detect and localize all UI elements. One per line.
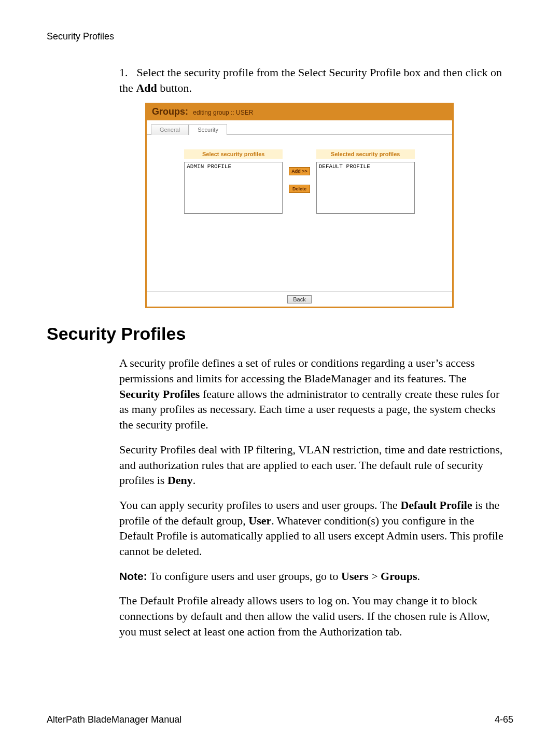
section-heading-security-profiles: Security Profiles (47, 324, 513, 344)
select-profiles-title: Select security profiles (184, 149, 283, 159)
delete-button[interactable]: Delete (289, 185, 310, 193)
screenshot-groups-security: Groups: editing group :: USER General Se… (145, 103, 454, 308)
p3-b: Default Profile (400, 499, 472, 511)
transfer-buttons: Add >> Delete (289, 149, 310, 214)
page-footer: AlterPath BladeManager Manual 4-65 (47, 714, 513, 725)
step-1: 1. Select the security profile from the … (119, 65, 508, 95)
screenshot-footer: Back (147, 292, 452, 307)
tabs-row: General Security (147, 120, 452, 135)
selected-profiles-title: Selected security profiles (316, 149, 415, 159)
paragraph-3: You can apply security profiles to users… (119, 497, 508, 559)
p1-b: Security Profiles (119, 388, 200, 400)
p2-b: Deny (167, 474, 193, 487)
p4-f: . (417, 570, 421, 583)
profiles-area: Select security profiles ADMIN PROFILE A… (147, 135, 452, 292)
p4-b: To configure users and user groups, go t… (147, 570, 341, 583)
paragraph-5: The Default Profile already allows users… (119, 593, 508, 639)
p4-e: Groups (381, 570, 417, 583)
step-text-post: button. (157, 81, 192, 94)
header-subtitle: editing group :: USER (193, 109, 253, 116)
header-groups-label: Groups: (152, 106, 188, 117)
paragraph-4-note: Note: To configure users and user groups… (119, 569, 508, 584)
footer-right: 4-65 (495, 714, 513, 725)
step-number: 1. (119, 65, 134, 80)
selected-profiles-listbox[interactable]: DEFAULT PROFILE (316, 162, 415, 214)
p2-c: . (193, 474, 196, 487)
p1-a: A security profile defines a set of rule… (119, 356, 475, 385)
footer-left: AlterPath BladeManager Manual (47, 714, 181, 725)
tab-security[interactable]: Security (189, 124, 227, 135)
paragraph-1: A security profile defines a set of rule… (119, 355, 508, 432)
p3-a: You can apply security profiles to users… (119, 499, 400, 511)
add-button[interactable]: Add >> (289, 167, 310, 175)
screenshot-header: Groups: editing group :: USER (147, 104, 452, 120)
select-profiles-column: Select security profiles ADMIN PROFILE (184, 149, 283, 214)
step-text-bold: Add (136, 81, 157, 94)
p4-c: Users (341, 570, 369, 583)
list-item[interactable]: DEFAULT PROFILE (319, 163, 412, 170)
tab-general[interactable]: General (151, 124, 189, 135)
p4-d: > (369, 570, 381, 583)
list-item[interactable]: ADMIN PROFILE (187, 163, 280, 170)
selected-profiles-column: Selected security profiles DEFAULT PROFI… (316, 149, 415, 214)
note-label: Note: (119, 570, 147, 582)
paragraph-2: Security Profiles deal with IP filtering… (119, 442, 508, 488)
select-profiles-listbox[interactable]: ADMIN PROFILE (184, 162, 283, 214)
running-head: Security Profiles (47, 31, 513, 42)
back-button[interactable]: Back (287, 295, 311, 303)
p3-d: User (248, 514, 271, 527)
